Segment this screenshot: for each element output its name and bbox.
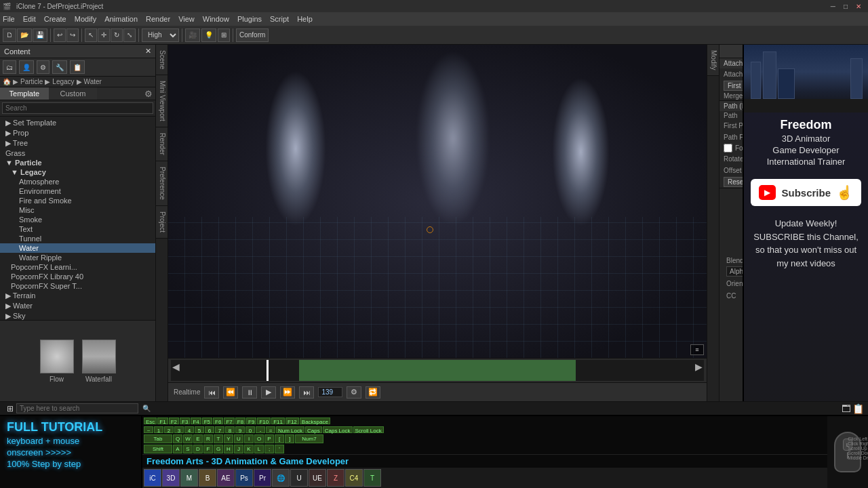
- tab-mini-viewport[interactable]: Mini Viewport: [156, 75, 167, 127]
- grid-btn[interactable]: ⊞: [218, 28, 230, 42]
- conform-btn[interactable]: Conform: [236, 28, 269, 42]
- tab-render[interactable]: Render: [156, 127, 167, 161]
- breadcrumb-water[interactable]: Water: [84, 78, 102, 85]
- tab-project[interactable]: Project: [156, 206, 167, 239]
- tree-fire-smoke[interactable]: Fire and Smoke: [0, 196, 155, 205]
- tree-misc[interactable]: Misc: [0, 205, 155, 215]
- timeline-bar[interactable]: ◀ ▶: [171, 360, 704, 381]
- breadcrumb-legacy[interactable]: Legacy: [52, 78, 74, 85]
- close-btn[interactable]: ✕: [852, 3, 865, 10]
- app-icon-3ds[interactable]: 3D: [162, 469, 180, 487]
- tree-tunnel[interactable]: Tunnel: [0, 234, 155, 243]
- tree-water-ripple[interactable]: Water Ripple: [0, 253, 155, 262]
- btn-play[interactable]: ▶: [261, 386, 276, 399]
- thumb-waterfall[interactable]: Waterfall: [82, 340, 116, 383]
- toolbar-open[interactable]: 📂: [17, 28, 32, 42]
- toolbar-new[interactable]: 🗋: [3, 28, 16, 42]
- app-icon-extra1[interactable]: T: [363, 469, 381, 487]
- template-settings[interactable]: ⚙: [142, 87, 155, 100]
- viewport-canvas[interactable]: ≡: [168, 45, 707, 358]
- btn-loop[interactable]: 🔁: [366, 386, 380, 399]
- toolbar-rotate[interactable]: ↻: [111, 28, 123, 42]
- menu-view[interactable]: View: [178, 15, 195, 23]
- app-icon-maya[interactable]: M: [180, 469, 198, 487]
- btn-settings[interactable]: ⚙: [347, 386, 361, 399]
- yt-subscribe-btn[interactable]: Subscribe ☝: [751, 179, 861, 206]
- app-icon-chrome[interactable]: 🌐: [272, 469, 290, 487]
- viewport-corner-btn[interactable]: ≡: [690, 344, 704, 355]
- light-btn[interactable]: 💡: [201, 28, 216, 42]
- tree-sky[interactable]: ▶ Sky: [0, 311, 155, 320]
- content-icon-5[interactable]: 📋: [70, 60, 85, 74]
- menu-window[interactable]: Window: [203, 15, 229, 23]
- btn-next-frame[interactable]: ⏩: [280, 386, 295, 399]
- min-btn[interactable]: ─: [827, 3, 840, 10]
- menu-plugins[interactable]: Plugins: [237, 15, 262, 23]
- tree-atmosphere[interactable]: Atmosphere: [0, 177, 155, 186]
- tree-prop[interactable]: ▶ Prop: [0, 128, 155, 138]
- app-icon-zbrush[interactable]: Z: [327, 469, 344, 487]
- breadcrumb-home[interactable]: 🏠: [3, 78, 11, 85]
- content-icon-2[interactable]: 👤: [19, 60, 34, 74]
- search-input[interactable]: [2, 102, 153, 114]
- tab-custom[interactable]: Custom: [49, 87, 98, 100]
- btn-prev-frame[interactable]: ⏪: [223, 386, 238, 399]
- tab-preference[interactable]: Preference: [156, 161, 167, 206]
- app-icon-ps[interactable]: Ps: [235, 469, 253, 487]
- btn-go-start[interactable]: ⏮: [204, 386, 219, 399]
- thumb-flow[interactable]: Flow: [40, 340, 74, 383]
- taskbar-icon-1[interactable]: 🗔: [842, 403, 851, 414]
- tree-terrain[interactable]: ▶ Terrain: [0, 291, 155, 301]
- toolbar-scale[interactable]: ⤡: [123, 28, 136, 42]
- toolbar-select[interactable]: ↖: [85, 28, 97, 42]
- menu-edit[interactable]: Edit: [23, 15, 36, 23]
- toolbar-save[interactable]: 💾: [33, 28, 47, 42]
- max-btn[interactable]: □: [840, 3, 852, 10]
- tab-modify[interactable]: Modify: [707, 45, 719, 76]
- tab-template[interactable]: Template: [0, 87, 49, 100]
- menu-script[interactable]: Script: [270, 15, 289, 23]
- tree-smoke[interactable]: Smoke: [0, 215, 155, 224]
- content-icon-3[interactable]: ⚙: [37, 60, 50, 74]
- btn-go-end[interactable]: ⏭: [299, 386, 314, 399]
- app-icon-ae[interactable]: AE: [217, 469, 235, 487]
- breadcrumb-particle[interactable]: Particle: [20, 78, 43, 85]
- app-icon-c4d[interactable]: C4: [345, 469, 363, 487]
- toolbar-redo[interactable]: ↪: [66, 28, 79, 42]
- menu-create[interactable]: Create: [44, 15, 66, 23]
- content-icon-1[interactable]: 🗂: [3, 60, 16, 74]
- follow-terrain-check[interactable]: [724, 144, 732, 152]
- tree-popcornfx-learn[interactable]: PopcornFX Learni...: [0, 262, 155, 272]
- tree-set-template[interactable]: ▶ Set Template: [0, 118, 155, 128]
- menu-render[interactable]: Render: [146, 15, 170, 23]
- tree-environment[interactable]: Environment: [0, 186, 155, 196]
- content-close[interactable]: ✕: [145, 47, 151, 56]
- app-icon-blender[interactable]: B: [199, 469, 216, 487]
- menu-file[interactable]: File: [3, 15, 15, 23]
- tree-particle[interactable]: ▼ Particle: [0, 158, 155, 167]
- btn-pause[interactable]: ⏸: [242, 386, 257, 399]
- tree-text[interactable]: Text: [0, 224, 155, 234]
- quality-select[interactable]: HighMediumLow: [142, 28, 179, 42]
- search-status-input[interactable]: [16, 403, 138, 413]
- tree-popcornfx-lib[interactable]: PopcornFX Library 40: [0, 272, 155, 281]
- timeline-playhead[interactable]: [267, 360, 269, 381]
- frame-input[interactable]: [318, 387, 342, 397]
- menu-help[interactable]: Help: [297, 15, 313, 23]
- tree-water[interactable]: Water: [0, 243, 155, 253]
- menu-modify[interactable]: Modify: [75, 15, 96, 23]
- tree-water-top[interactable]: ▶ Water: [0, 301, 155, 311]
- camera-btn[interactable]: 🎥: [185, 28, 200, 42]
- toolbar-undo[interactable]: ↩: [54, 28, 66, 42]
- app-icon-unreal[interactable]: UE: [309, 469, 326, 487]
- tree-grass[interactable]: Grass: [0, 148, 155, 158]
- tree-popcornfx-super[interactable]: PopcornFX Super T...: [0, 281, 155, 291]
- tree-legacy[interactable]: ▼ Legacy: [0, 167, 155, 177]
- app-icon-pr[interactable]: Pr: [254, 469, 271, 487]
- tab-scene[interactable]: Scene: [156, 45, 167, 75]
- taskbar-icon-2[interactable]: 📋: [852, 403, 864, 414]
- app-icon-iclone[interactable]: iC: [144, 469, 161, 487]
- content-icon-4[interactable]: 🔧: [52, 60, 67, 74]
- toolbar-move[interactable]: ✛: [98, 28, 110, 42]
- menu-animation[interactable]: Animation: [104, 15, 138, 23]
